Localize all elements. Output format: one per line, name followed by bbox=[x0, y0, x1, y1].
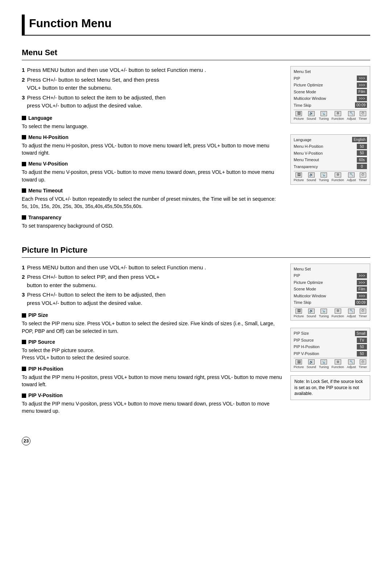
timer-icon-2: ⏱ bbox=[360, 172, 366, 178]
adjust-icon-2: 🔧 bbox=[348, 172, 355, 178]
function-icon-2: ⚙ bbox=[335, 172, 341, 178]
sub-item-pip-v: PIP V-Position To adjust the PIP menu V-… bbox=[22, 392, 283, 415]
osd-row-scenemode: Scene Mode Film bbox=[294, 89, 367, 95]
timeout-body: Each Press of VOL+/- button repeatedly t… bbox=[22, 195, 283, 210]
osd-nav-timer-3: ⏱ Timer bbox=[359, 309, 367, 319]
step-num-2: 2 bbox=[22, 77, 25, 83]
picture-icon-4: 🖼 bbox=[295, 359, 302, 364]
bullet-language bbox=[22, 116, 26, 120]
osd-nav-2: 🖼 Picture 🔊 Sound 📡 Tuning ⚙ Function bbox=[294, 171, 367, 183]
step-1: 1 Press MENU button and then use VOL+/- … bbox=[22, 66, 283, 74]
transparency-title: Transparency bbox=[28, 214, 61, 221]
tuning-icon-3: 📡 bbox=[320, 309, 327, 314]
pip-v-body: To adjust the PIP menu V-positon, press … bbox=[22, 400, 283, 415]
picture-icon-3: 🖼 bbox=[295, 309, 302, 314]
osd-nav-timer-2: ⏱ Timer bbox=[359, 172, 367, 183]
menu-set-steps: 1 Press MENU button and then use VOL+/- … bbox=[22, 66, 283, 110]
osd-row-timeskip: Time Skip 00:09 bbox=[294, 102, 367, 109]
sub-item-transparency: Transparency To set transparency backgro… bbox=[22, 214, 283, 229]
osd-nav-picture: 🖼 Picture bbox=[294, 111, 304, 122]
sound-icon-3: 🔊 bbox=[308, 309, 315, 314]
osd-nav-adjust-2: 🔧 Adjust bbox=[347, 172, 356, 183]
osd-nav-picture-3: 🖼 Picture bbox=[294, 309, 304, 319]
step-3: 3 Press CH+/- button to select the item … bbox=[22, 94, 283, 110]
osd-panel-2: Language English Menu H-Position 50 Menu… bbox=[290, 134, 370, 185]
menu-v-title: Menu V-Position bbox=[28, 160, 68, 168]
osd4-row-pipsize: PIP Size Small bbox=[294, 330, 367, 337]
tuning-icon: 📡 bbox=[320, 111, 327, 116]
osd-panel-4: PIP Size Small PIP Source TV PIP H-Posit… bbox=[290, 328, 370, 372]
osd-row-pip: PIP >>> bbox=[294, 76, 367, 82]
tuning-icon-4: 📡 bbox=[320, 359, 327, 364]
osd-nav-tuning-4: 📡 Tuning bbox=[319, 359, 328, 370]
osd-nav-sound-4: 🔊 Sound bbox=[307, 359, 316, 370]
transparency-body: To set transparency background of OSD. bbox=[22, 222, 283, 229]
menu-set-left: 1 Press MENU button and then use VOL+/- … bbox=[22, 66, 283, 233]
osd3-row-menuset: Menu Set bbox=[294, 266, 367, 272]
pip-source-title: PIP Source bbox=[28, 338, 55, 346]
bullet-menu-v bbox=[22, 162, 26, 166]
pip-title: Picture In Picture bbox=[22, 244, 370, 258]
pip-step-num-1: 1 bbox=[22, 264, 25, 270]
bullet-transparency bbox=[22, 215, 26, 220]
bullet-pip-size bbox=[22, 313, 26, 318]
osd3-row-pictopt: Picture Optimize >>> bbox=[294, 280, 367, 286]
osd2-row-tr: Transparency 0 bbox=[294, 164, 367, 170]
bullet-pip-h bbox=[22, 367, 26, 371]
osd2-row-mh: Menu H-Position 50 bbox=[294, 143, 367, 150]
osd-panel-3: Menu Set PIP >>> Picture Optimize >>> Sc… bbox=[290, 264, 370, 321]
osd-nav-sound-2: 🔊 Sound bbox=[307, 172, 316, 183]
pip-source-body: To select the PIP picture source.Press V… bbox=[22, 347, 283, 362]
osd4-row-pipv: PIP V-Position 50 bbox=[294, 351, 367, 357]
menu-set-right: Menu Set PIP >>> Picture Optimize >>> Sc… bbox=[290, 66, 370, 233]
menu-v-body: To adjust the menu V-positon, press VOL-… bbox=[22, 168, 283, 183]
osd3-row-multicolor: Multicolor Window >>> bbox=[294, 293, 367, 299]
picture-icon-2: 🖼 bbox=[295, 172, 302, 178]
pip-right: Menu Set PIP >>> Picture Optimize >>> Sc… bbox=[290, 264, 370, 419]
sub-item-menu-h: Menu H-Position To adjust the menu H-pos… bbox=[22, 134, 283, 157]
adjust-icon-3: 🔧 bbox=[348, 309, 355, 314]
pip-step-num-2: 2 bbox=[22, 274, 25, 280]
osd2-row-mv: Menu V-Position 50 bbox=[294, 150, 367, 156]
picture-icon: 🖼 bbox=[295, 111, 302, 116]
osd-nav-sound-3: 🔊 Sound bbox=[307, 309, 316, 319]
function-icon: ⚙ bbox=[335, 111, 341, 116]
osd-nav-adjust-3: 🔧 Adjust bbox=[347, 309, 356, 319]
timer-icon: ⏱ bbox=[360, 111, 366, 116]
osd4-row-piph: PIP H-Position 50 bbox=[294, 344, 367, 350]
sub-item-language: Language To select the menu language. bbox=[22, 114, 283, 130]
page-title: Function Menu bbox=[22, 15, 370, 36]
timer-icon-4: ⏱ bbox=[360, 359, 366, 364]
pip-step-3: 3 Press CH+/- button to select the item … bbox=[22, 291, 283, 307]
osd-nav-function-4: ⚙ Function bbox=[331, 359, 344, 370]
osd3-row-scenemode: Scene Mode Film bbox=[294, 286, 367, 292]
step-2: 2 Press CH+/- button to select Menu Set,… bbox=[22, 76, 283, 92]
bullet-pip-v bbox=[22, 393, 26, 398]
osd-nav-tuning-2: 📡 Tuning bbox=[319, 172, 328, 183]
osd-nav-function-3: ⚙ Function bbox=[331, 309, 344, 319]
osd-row-menuset: Menu Set bbox=[294, 69, 367, 75]
step-num-1: 1 bbox=[22, 67, 25, 73]
function-icon-3: ⚙ bbox=[335, 309, 341, 314]
sub-item-pip-source: PIP Source To select the PIP picture sou… bbox=[22, 338, 283, 362]
menu-h-body: To adjust the menu H-positon, press VOL-… bbox=[22, 142, 283, 157]
pip-size-body: To select the PIP menu size. Press VOL+ … bbox=[22, 320, 283, 335]
bullet-menu-h bbox=[22, 135, 26, 139]
osd3-row-timeskip: Time Skip 00:09 bbox=[294, 299, 367, 306]
pip-section: Picture In Picture 1 Press MENU button a… bbox=[22, 244, 370, 419]
osd-nav-function-2: ⚙ Function bbox=[331, 172, 344, 183]
osd-nav-adjust: 🔧 Adjust bbox=[347, 111, 356, 122]
sound-icon-4: 🔊 bbox=[308, 359, 315, 364]
osd-nav-1: 🖼 Picture 🔊 Sound 📡 Tuning ⚙ Function bbox=[294, 110, 367, 122]
osd-row-multicolor: Multicolor Window >>> bbox=[294, 95, 367, 102]
sub-item-pip-size: PIP Size To select the PIP menu size. Pr… bbox=[22, 311, 283, 335]
language-body: To select the menu language. bbox=[22, 123, 283, 130]
sound-icon-2: 🔊 bbox=[308, 172, 315, 178]
pip-step-1: 1 Press MENU button and then use VOL+/- … bbox=[22, 264, 283, 272]
sound-icon: 🔊 bbox=[308, 111, 315, 116]
bullet-pip-source bbox=[22, 340, 26, 344]
menu-h-title: Menu H-Position bbox=[28, 134, 68, 141]
bullet-timeout bbox=[22, 188, 26, 193]
tuning-icon-2: 📡 bbox=[320, 172, 327, 178]
pip-content: 1 Press MENU button and then use VOL+/- … bbox=[22, 264, 370, 419]
